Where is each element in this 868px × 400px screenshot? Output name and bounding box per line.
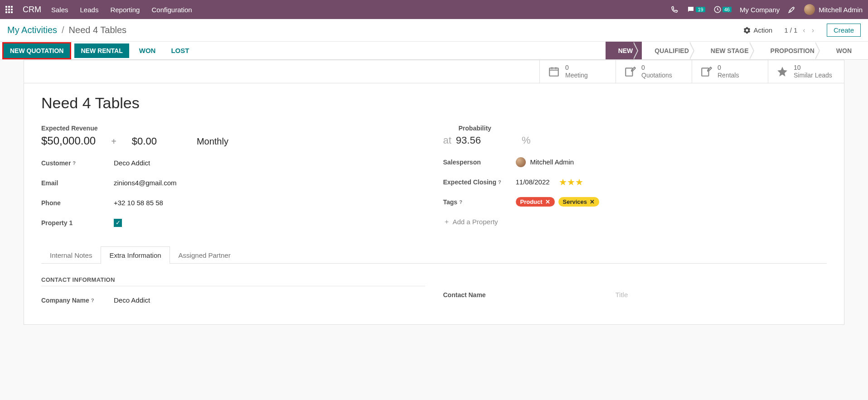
action-menu[interactable]: Action xyxy=(743,26,772,34)
help-icon[interactable]: ? xyxy=(91,298,94,303)
revenue-amount[interactable]: $50,000.00 xyxy=(41,135,96,147)
messages-icon[interactable]: 19 xyxy=(687,5,705,14)
lost-button[interactable]: LOST xyxy=(165,44,194,57)
nav-sales[interactable]: Sales xyxy=(51,6,68,14)
expected-closing-value[interactable]: 11/08/2022 xyxy=(516,178,550,186)
svg-rect-1 xyxy=(549,68,558,76)
new-rental-button[interactable]: NEW RENTAL xyxy=(74,43,129,58)
stat-rentals[interactable]: 0 Rentals xyxy=(692,60,768,83)
tags-label: Tags? xyxy=(443,198,516,206)
expected-revenue-label: Expected Revenue xyxy=(41,125,425,132)
revenue-period[interactable]: Monthly xyxy=(197,136,228,147)
nav-reporting[interactable]: Reporting xyxy=(110,6,140,14)
phone-icon[interactable] xyxy=(670,5,679,14)
star-icon xyxy=(776,66,788,77)
breadcrumb-separator: / xyxy=(62,25,64,35)
pager-next[interactable]: › xyxy=(811,26,815,34)
add-property-button[interactable]: ＋ Add a Property xyxy=(443,217,498,226)
plus-icon: + xyxy=(108,136,119,147)
stat-rentals-label: Rentals xyxy=(718,72,739,79)
top-navbar: CRM Sales Leads Reporting Configuration … xyxy=(0,0,868,19)
company-name-value[interactable]: Deco Addict xyxy=(114,296,150,304)
nav-configuration[interactable]: Configuration xyxy=(151,6,192,14)
probability-label: Probability xyxy=(459,125,827,132)
stat-meeting[interactable]: 0 Meeting xyxy=(539,60,616,83)
tools-icon[interactable] xyxy=(788,5,796,14)
property1-checkbox[interactable]: ✓ xyxy=(114,219,122,227)
property1-label: Property 1 xyxy=(41,219,114,227)
tabs: Internal Notes Extra Information Assigne… xyxy=(41,246,827,264)
tab-extra-information[interactable]: Extra Information xyxy=(101,246,170,264)
customer-label: Customer? xyxy=(41,159,114,167)
status-bar: NEW QUOTATION NEW RENTAL WON LOST NEW QU… xyxy=(0,42,868,60)
form-card: 0 Meeting 0 Quotations 0 Ren xyxy=(24,60,844,325)
create-button[interactable]: Create xyxy=(827,24,861,37)
stat-rentals-num: 0 xyxy=(718,64,739,72)
company-name-label: Company Name? xyxy=(41,297,114,304)
pager-text: 1 / 1 xyxy=(784,26,797,34)
stat-meeting-label: Meeting xyxy=(565,72,588,79)
edit-icon xyxy=(624,66,636,77)
avatar-icon xyxy=(516,157,526,167)
contact-info-title: CONTACT INFORMATION xyxy=(41,276,425,286)
email-value[interactable]: zinions4@gmail.com xyxy=(114,179,177,187)
user-menu[interactable]: Mitchell Admin xyxy=(804,4,863,15)
svg-rect-2 xyxy=(626,68,632,76)
page-header: My Activities / Need 4 Tables Action 1 /… xyxy=(0,19,868,42)
probability-percent: % xyxy=(522,135,531,146)
close-icon[interactable]: ✕ xyxy=(590,198,595,205)
priority-stars[interactable]: ★★★ xyxy=(559,177,583,188)
plus-icon: ＋ xyxy=(443,217,450,226)
phone-value[interactable]: +32 10 58 85 58 xyxy=(114,199,163,207)
breadcrumb-root[interactable]: My Activities xyxy=(7,25,57,35)
nav-menu: Sales Leads Reporting Configuration xyxy=(51,6,192,14)
stage-proposition[interactable]: PROPOSITION xyxy=(758,42,824,59)
pager-prev[interactable]: ‹ xyxy=(802,26,806,34)
calendar-icon xyxy=(548,66,560,77)
pager: 1 / 1 ‹ › xyxy=(784,26,815,34)
tags-container[interactable]: Product✕ Services✕ xyxy=(516,197,601,207)
close-icon[interactable]: ✕ xyxy=(545,198,550,205)
breadcrumb: My Activities / Need 4 Tables xyxy=(7,25,126,35)
stage-pipeline: NEW QUALIFIED NEW STAGE PROPOSITION WON xyxy=(606,42,861,59)
probability-value[interactable]: 93.56 xyxy=(456,135,481,146)
stage-won[interactable]: WON xyxy=(824,42,861,59)
probability-at: at xyxy=(443,135,451,146)
expected-closing-label: Expected Closing? xyxy=(443,178,516,186)
company-switcher[interactable]: My Company xyxy=(740,6,780,14)
apps-icon[interactable] xyxy=(5,6,13,13)
help-icon[interactable]: ? xyxy=(73,160,76,166)
stat-similar-num: 10 xyxy=(794,64,832,72)
stat-quotations-num: 0 xyxy=(641,64,672,72)
help-icon[interactable]: ? xyxy=(459,199,462,205)
user-name: Mitchell Admin xyxy=(819,6,863,14)
action-label: Action xyxy=(753,26,772,34)
won-button[interactable]: WON xyxy=(134,44,161,57)
salesperson-value[interactable]: Mitchell Admin xyxy=(530,158,574,166)
stat-similar-label: Similar Leads xyxy=(794,72,832,79)
nav-leads[interactable]: Leads xyxy=(80,6,99,14)
stage-new-stage[interactable]: NEW STAGE xyxy=(698,42,758,59)
contact-title-field[interactable]: Title xyxy=(616,291,628,299)
tab-internal-notes[interactable]: Internal Notes xyxy=(41,246,101,264)
tag-product[interactable]: Product✕ xyxy=(516,197,555,207)
help-icon[interactable]: ? xyxy=(498,179,501,185)
email-label: Email xyxy=(41,179,114,187)
stage-new[interactable]: NEW xyxy=(606,42,642,59)
contact-name-label: Contact Name xyxy=(443,291,516,299)
tab-assigned-partner[interactable]: Assigned Partner xyxy=(170,246,239,264)
stage-qualified[interactable]: QUALIFIED xyxy=(642,42,698,59)
stat-quotations[interactable]: 0 Quotations xyxy=(616,60,692,83)
revenue-recurring[interactable]: $0.00 xyxy=(132,135,157,147)
activities-icon[interactable]: 46 xyxy=(713,5,732,14)
new-quotation-button[interactable]: NEW QUOTATION xyxy=(4,43,70,58)
stat-similar-leads[interactable]: 10 Similar Leads xyxy=(768,60,844,83)
svg-rect-3 xyxy=(702,68,708,76)
breadcrumb-current: Need 4 Tables xyxy=(69,25,127,35)
app-brand[interactable]: CRM xyxy=(23,5,41,14)
tag-services[interactable]: Services✕ xyxy=(558,197,600,207)
messages-badge: 19 xyxy=(696,7,705,12)
stat-buttons: 0 Meeting 0 Quotations 0 Ren xyxy=(24,60,844,83)
customer-value[interactable]: Deco Addict xyxy=(114,159,150,167)
record-title[interactable]: Need 4 Tables xyxy=(41,94,827,112)
